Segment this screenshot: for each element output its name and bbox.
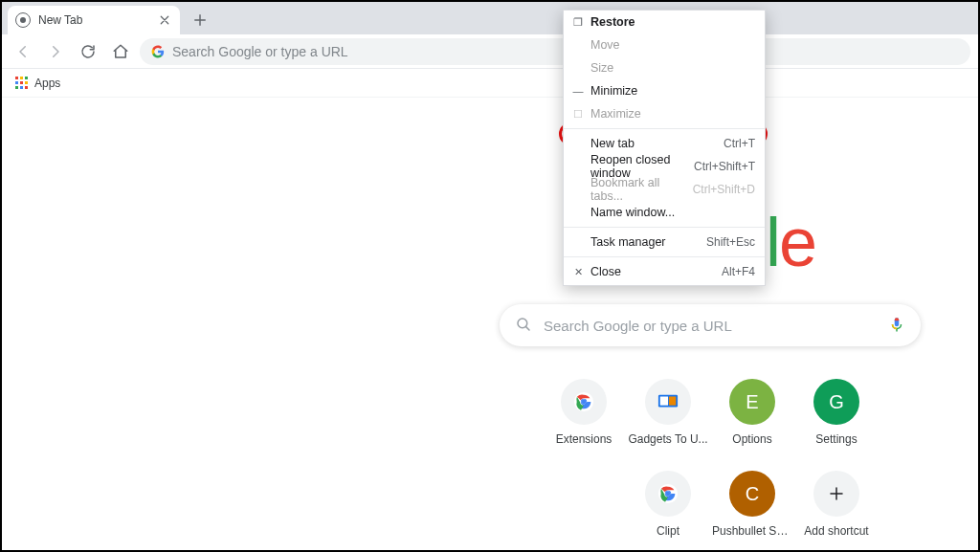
shortcut-label: Pushbullet Se... — [712, 524, 792, 538]
tab-close-button[interactable] — [157, 12, 172, 28]
shortcut-settings[interactable]: G Settings — [794, 379, 879, 446]
menu-label: Minimize — [587, 84, 755, 98]
shortcut-label: Clipt — [657, 524, 679, 538]
forward-button[interactable] — [42, 38, 69, 65]
toolbar: Search Google or type a URL — [2, 34, 978, 69]
shortcut-pushbullet[interactable]: C Pushbullet Se... — [710, 471, 794, 538]
tab-new-tab[interactable]: New Tab — [8, 6, 180, 34]
omnibox[interactable]: Search Google or type a URL — [140, 38, 970, 65]
tab-title: New Tab — [38, 13, 149, 27]
globe-icon — [15, 12, 31, 28]
search-icon — [515, 316, 532, 336]
menu-separator — [564, 256, 765, 257]
menu-label: Restore — [587, 15, 755, 29]
menu-name-window[interactable]: Name window... — [564, 201, 765, 224]
shortcut-add[interactable]: Add shortcut — [794, 471, 879, 538]
chrome-icon — [561, 379, 607, 425]
shortcut-label: Gadgets To U... — [628, 432, 707, 446]
close-icon: ✕ — [569, 266, 587, 278]
home-button[interactable] — [107, 38, 134, 65]
letter-avatar-icon: C — [729, 471, 775, 517]
menu-label: Bookmark all tabs... — [587, 176, 693, 203]
menu-shortcut: Ctrl+T — [724, 137, 755, 150]
menu-size: Size — [564, 56, 765, 79]
omnibox-placeholder: Search Google or type a URL — [172, 44, 348, 59]
menu-new-tab[interactable]: New tab Ctrl+T — [564, 132, 765, 155]
apps-grid-icon — [15, 77, 29, 90]
menu-move: Move — [564, 33, 765, 56]
google-g-icon — [151, 45, 165, 58]
svg-point-11 — [666, 492, 671, 497]
menu-label: Size — [587, 61, 755, 75]
tab-strip: New Tab — [2, 2, 978, 34]
new-tab-button[interactable] — [188, 8, 212, 33]
shortcut-label: Settings — [815, 432, 857, 446]
gadgets-icon — [645, 379, 691, 425]
apps-label: Apps — [34, 77, 60, 90]
menu-restore[interactable]: ❐ Restore — [564, 11, 765, 33]
menu-label: Close — [587, 265, 722, 278]
menu-shortcut: Ctrl+Shift+T — [694, 160, 755, 173]
shortcuts-grid: Extensions Gadgets To U... E Options G S… — [442, 379, 978, 538]
shortcut-clipt[interactable]: Clipt — [626, 471, 710, 538]
menu-separator — [564, 128, 765, 129]
menu-label: Name window... — [587, 206, 755, 219]
menu-label: New tab — [587, 137, 724, 150]
menu-shortcut: Ctrl+Shift+D — [693, 183, 755, 196]
menu-close[interactable]: ✕ Close Alt+F4 — [564, 260, 765, 283]
shortcut-label: Add shortcut — [804, 524, 868, 538]
menu-reopen-closed-window[interactable]: Reopen closed window Ctrl+Shift+T — [564, 155, 765, 178]
apps-shortcut[interactable]: Apps — [10, 75, 66, 92]
bookmarks-bar: Apps — [2, 69, 978, 98]
menu-bookmark-all-tabs: Bookmark all tabs... Ctrl+Shift+D — [564, 178, 765, 201]
search-placeholder: Search Google or type a URL — [544, 318, 877, 334]
svg-point-4 — [582, 400, 587, 405]
menu-task-manager[interactable]: Task manager Shift+Esc — [564, 231, 765, 254]
letter-avatar-icon: E — [729, 379, 775, 425]
maximize-icon: ☐ — [569, 108, 587, 121]
menu-minimize[interactable]: — Minimize — [564, 79, 765, 102]
restore-icon: ❐ — [569, 16, 587, 29]
menu-label: Move — [587, 38, 755, 52]
page-content: Google Search Google or type a URL — [2, 98, 978, 550]
minimize-icon: — — [569, 85, 587, 97]
shortcut-extensions[interactable]: Extensions — [542, 379, 626, 446]
shortcut-gadgets[interactable]: Gadgets To U... — [626, 379, 710, 446]
reload-button[interactable] — [75, 38, 101, 65]
back-button[interactable] — [10, 38, 36, 65]
menu-label: Maximize — [587, 107, 755, 121]
chrome-icon — [645, 471, 691, 517]
shortcut-label: Options — [732, 432, 771, 446]
shortcut-label: Extensions — [556, 432, 612, 446]
menu-shortcut: Alt+F4 — [722, 265, 755, 278]
menu-label: Task manager — [587, 235, 706, 249]
menu-separator — [564, 227, 765, 228]
titlebar-context-menu: ❐ Restore Move Size — Minimize ☐ Maximiz… — [563, 10, 766, 286]
voice-search-icon[interactable] — [888, 314, 905, 338]
letter-avatar-icon: G — [813, 379, 859, 425]
menu-shortcut: Shift+Esc — [706, 235, 755, 249]
browser-window: New Tab — [0, 0, 980, 552]
svg-rect-6 — [660, 397, 668, 406]
shortcut-options[interactable]: E Options — [710, 379, 794, 446]
plus-icon — [813, 471, 859, 517]
svg-rect-7 — [669, 397, 676, 406]
menu-maximize: ☐ Maximize — [564, 102, 765, 125]
ntp-search-box[interactable]: Search Google or type a URL — [500, 304, 921, 346]
